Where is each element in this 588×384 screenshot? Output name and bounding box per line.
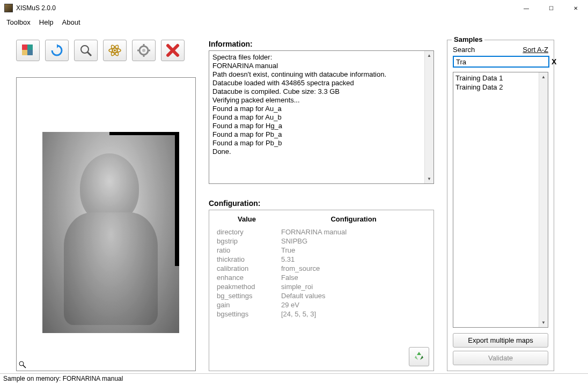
search-input[interactable] <box>453 56 549 68</box>
list-item[interactable]: Training Data 2 <box>455 83 546 92</box>
table-row: bg_settingsDefault values <box>215 291 428 300</box>
atom-button[interactable] <box>103 40 127 61</box>
status-text: Sample on memory: FORNARINA manual <box>3 375 123 382</box>
image-viewer <box>16 77 196 371</box>
info-line: Verifying packed elements... <box>212 96 423 105</box>
table-row: directoryFORNARINA manual <box>215 227 428 237</box>
svg-rect-3 <box>27 50 33 55</box>
svg-point-9 <box>114 49 116 51</box>
window-controls: — ☐ ✕ <box>514 0 588 16</box>
info-scrollbar[interactable]: ▲ ▼ <box>424 51 433 183</box>
samples-scrollbar[interactable]: ▲ ▼ <box>539 72 548 327</box>
info-line: Found a map for Au_a <box>212 105 423 113</box>
svg-point-18 <box>19 361 24 366</box>
table-row: gain29 eV <box>215 300 428 309</box>
atom-icon <box>108 43 122 57</box>
info-line: Found a map for Au_b <box>212 113 423 122</box>
close-button[interactable]: ✕ <box>563 0 588 16</box>
sort-link[interactable]: Sort A-Z <box>523 46 548 54</box>
toolbar <box>16 40 196 61</box>
delete-icon <box>166 43 180 57</box>
info-line: Found a map for Hg_a <box>212 122 423 130</box>
recycle-icon <box>413 350 425 363</box>
sample-list[interactable]: Training Data 1 Training Data 2 ▲ ▼ <box>453 72 548 328</box>
info-line: Datacube loaded with 434865 spectra pack… <box>212 79 423 87</box>
information-label: Information: <box>209 40 434 48</box>
svg-point-11 <box>142 49 145 52</box>
svg-rect-1 <box>27 45 33 50</box>
magnifier-icon[interactable] <box>19 361 26 368</box>
svg-point-4 <box>81 46 89 53</box>
main-area: Information: Spectra files folder: FORNA… <box>0 28 588 371</box>
info-line: Path doesn't exist, continuing with data… <box>212 70 423 79</box>
window-title: XISMuS 2.0.0 <box>16 4 514 12</box>
export-maps-button[interactable]: Export multiple maps <box>453 333 548 348</box>
search-button[interactable] <box>74 40 98 61</box>
titlebar: XISMuS 2.0.0 — ☐ ✕ <box>0 0 588 16</box>
info-line: Found a map for Pb_a <box>212 130 423 139</box>
information-box[interactable]: Spectra files folder: FORNARINA manual P… <box>209 50 434 184</box>
menu-about[interactable]: About <box>58 17 85 27</box>
info-line: Done. <box>212 147 423 156</box>
table-row: bgsettings[24, 5, 5, 3] <box>215 309 428 319</box>
info-line: Datacube is compiled. Cube size: 3.3 GB <box>212 87 423 96</box>
left-column <box>16 40 196 371</box>
samples-label: Samples <box>452 35 484 43</box>
scroll-up-icon[interactable]: ▲ <box>539 72 548 82</box>
right-column: Samples Search Sort A-Z X Training Data … <box>447 40 554 371</box>
statusbar: Sample on memory: FORNARINA manual <box>0 373 588 384</box>
sample-image <box>42 132 179 333</box>
delete-button[interactable] <box>161 40 185 61</box>
refresh-button[interactable] <box>45 40 69 61</box>
table-row: enhanceFalse <box>215 273 428 282</box>
scroll-down-icon[interactable]: ▼ <box>539 318 548 327</box>
info-line: Found a map for Pb_b <box>212 139 423 147</box>
info-line: FORNARINA manual <box>212 62 423 70</box>
validate-button[interactable]: Validate <box>453 351 548 365</box>
table-row: peakmethodsimple_roi <box>215 282 428 291</box>
scroll-up-icon[interactable]: ▲ <box>425 51 433 60</box>
scroll-down-icon[interactable]: ▼ <box>425 174 433 183</box>
table-row: calibrationfrom_source <box>215 264 428 273</box>
puzzle-icon <box>21 43 35 57</box>
refresh-icon <box>50 43 64 57</box>
config-col-value: Value <box>215 213 279 227</box>
configuration-table: ValueConfiguration directoryFORNARINA ma… <box>215 213 428 319</box>
menubar: Toolbox Help About <box>0 16 588 28</box>
refresh-config-button[interactable] <box>409 347 429 366</box>
configuration-frame: ValueConfiguration directoryFORNARINA ma… <box>209 210 434 371</box>
samples-panel: Samples Search Sort A-Z X Training Data … <box>447 40 554 371</box>
svg-rect-2 <box>22 50 27 55</box>
svg-line-5 <box>87 52 91 56</box>
table-row: ratioTrue <box>215 246 428 255</box>
menu-toolbox[interactable]: Toolbox <box>2 17 35 27</box>
configuration-label: Configuration: <box>209 199 434 208</box>
info-line: Spectra files folder: <box>212 53 423 62</box>
search-label: Search <box>453 46 475 54</box>
config-col-config: Configuration <box>279 213 428 227</box>
configuration-section: Configuration: ValueConfiguration direct… <box>209 199 434 371</box>
maximize-button[interactable]: ☐ <box>539 0 563 16</box>
search-icon <box>79 43 93 57</box>
gear-button[interactable] <box>132 40 156 61</box>
minimize-button[interactable]: — <box>514 0 539 16</box>
puzzle-button[interactable] <box>16 40 40 61</box>
clear-search-button[interactable]: X <box>552 57 556 66</box>
table-row: bgstripSNIPBG <box>215 237 428 246</box>
table-row: thickratio5.31 <box>215 255 428 264</box>
center-column: Information: Spectra files folder: FORNA… <box>209 40 434 371</box>
app-icon <box>4 4 13 12</box>
gear-icon <box>137 43 151 57</box>
menu-help[interactable]: Help <box>35 17 58 27</box>
svg-rect-0 <box>22 45 27 50</box>
svg-line-19 <box>23 365 26 368</box>
list-item[interactable]: Training Data 1 <box>455 73 546 83</box>
